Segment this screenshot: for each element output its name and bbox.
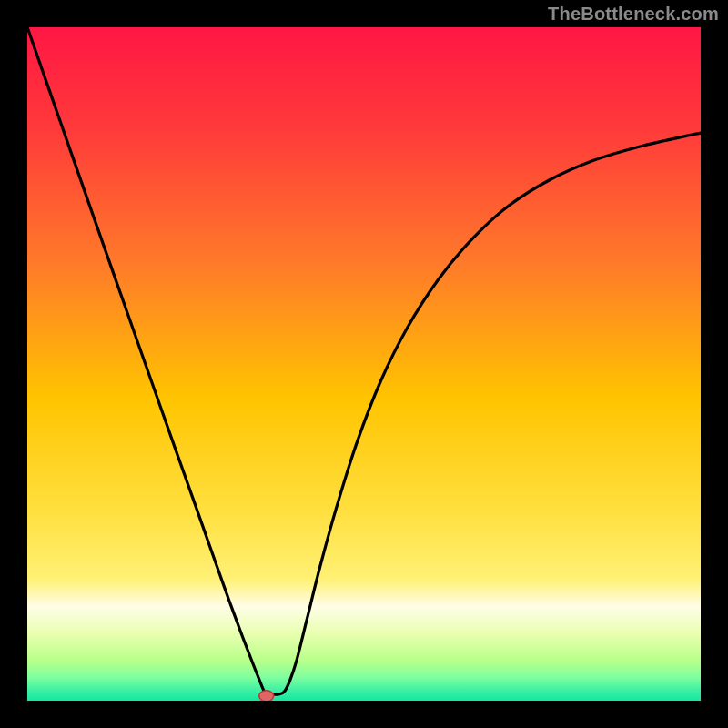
plot-area <box>27 27 701 701</box>
plot-svg <box>27 27 701 701</box>
attribution-text: TheBottleneck.com <box>548 4 719 25</box>
gradient-background <box>27 27 701 701</box>
optimal-point-marker <box>259 691 274 701</box>
chart-frame: TheBottleneck.com <box>0 0 728 728</box>
